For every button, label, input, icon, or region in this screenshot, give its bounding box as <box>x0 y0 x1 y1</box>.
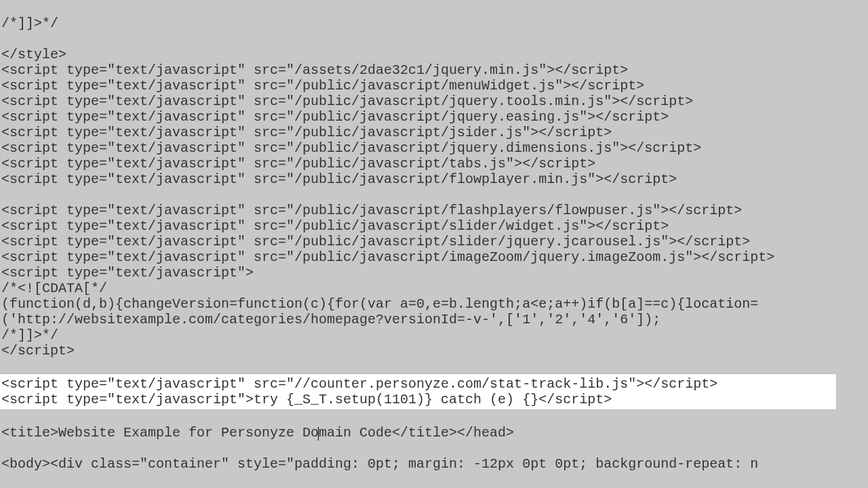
code-line: <script type="text/javascript" src="/pub… <box>0 249 868 265</box>
code-line <box>0 441 868 456</box>
code-line: <script type="text/javascript" src="/pub… <box>0 234 868 249</box>
code-line <box>0 0 868 16</box>
code-line: <script type="text/javascript"> <box>0 265 868 281</box>
code-line <box>0 409 868 425</box>
title-text-pre: <title>Website Example for Personyze Do <box>1 425 319 441</box>
code-line: <script type="text/javascript" src="/pub… <box>0 94 868 109</box>
code-line: /*]]>*/ <box>0 327 868 343</box>
code-line <box>0 187 868 203</box>
highlighted-region: <script type="text/javascript" src="//co… <box>0 374 836 409</box>
code-line-highlighted: <script type="text/javascript" src="//co… <box>0 376 836 392</box>
title-text-post: main Code</title></head> <box>319 425 514 441</box>
code-line-highlighted: <script type="text/javascript">try {_S_T… <box>0 392 836 407</box>
code-line: (function(d,b){changeVersion=function(c)… <box>0 296 868 312</box>
code-line: ('http://websitexample.com/categories/ho… <box>0 312 868 327</box>
code-line <box>0 31 868 47</box>
code-line <box>0 359 868 374</box>
code-line: <body><div class="container" style="padd… <box>0 456 868 472</box>
code-line: <script type="text/javascript" src="/ass… <box>0 62 868 78</box>
code-line: <script type="text/javascript" src="/pub… <box>0 203 868 218</box>
code-line: /*<![CDATA[*/ <box>0 281 868 296</box>
code-line: <script type="text/javascript" src="/pub… <box>0 171 868 187</box>
code-line: <script type="text/javascript" src="/pub… <box>0 156 868 171</box>
code-line: <script type="text/javascript" src="/pub… <box>0 109 868 125</box>
code-line: <script type="text/javascript" src="/pub… <box>0 78 868 94</box>
code-line: <script type="text/javascript" src="/pub… <box>0 125 868 140</box>
code-line: <script type="text/javascript" src="/pub… <box>0 140 868 156</box>
code-line: </style> <box>0 47 868 62</box>
source-code-viewer[interactable]: /*]]>*/ </style> <script type="text/java… <box>0 0 868 472</box>
code-line: <script type="text/javascript" src="/pub… <box>0 218 868 234</box>
code-line: <title>Website Example for Personyze Dom… <box>0 425 868 441</box>
code-line: </script> <box>0 343 868 359</box>
code-line: /*]]>*/ <box>0 16 868 31</box>
